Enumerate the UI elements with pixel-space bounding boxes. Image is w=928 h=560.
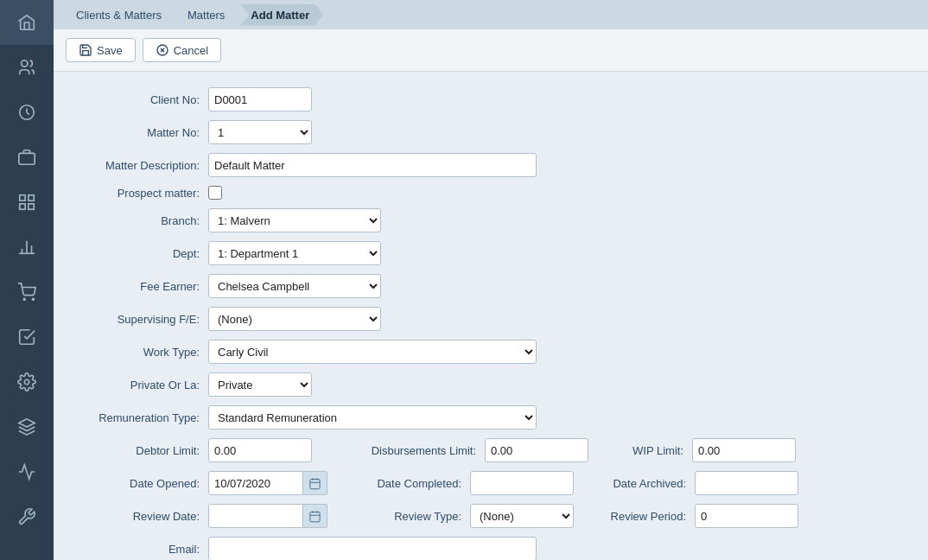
dates-row2: Review Date: Review Type: (None) Annual …: [74, 504, 907, 528]
review-date-label: Review Date:: [74, 510, 208, 523]
matter-no-select[interactable]: 1 2 3: [208, 120, 312, 144]
work-type-select[interactable]: Carly Civil (None): [208, 340, 537, 364]
sidebar-item-layers[interactable]: [0, 404, 54, 449]
matter-desc-input[interactable]: [208, 153, 537, 177]
cancel-button[interactable]: Cancel: [143, 38, 221, 62]
breadcrumb-clients-matters[interactable]: Clients & Matters: [66, 4, 175, 26]
matter-desc-label: Matter Description:: [74, 159, 208, 172]
email-input[interactable]: [208, 537, 537, 560]
svg-rect-6: [20, 204, 25, 209]
sidebar-item-tool[interactable]: [0, 494, 54, 539]
limits-row: Debtor Limit: Disbursements Limit: WIP L…: [74, 438, 907, 462]
prospect-label: Prospect matter:: [74, 187, 208, 200]
sidebar-item-checksquare[interactable]: [0, 315, 54, 360]
form-area: Client No: Matter No: 1 2 3 Matter Descr…: [54, 72, 928, 560]
svg-point-14: [24, 379, 29, 385]
remuneration-row: Remuneration Type: Standard Remuneration…: [74, 405, 907, 430]
review-type-label: Review Type:: [353, 510, 470, 523]
svg-rect-4: [20, 195, 25, 200]
fee-earner-label: Fee Earner:: [74, 280, 208, 293]
supervising-row: Supervising F/E: (None) Chelsea Campbell: [74, 307, 907, 331]
work-type-label: Work Type:: [74, 346, 208, 359]
cancel-icon: [156, 43, 169, 57]
date-opened-group: Date Opened:: [74, 471, 327, 495]
sidebar-item-users[interactable]: [0, 45, 54, 90]
supervising-select[interactable]: (None) Chelsea Campbell: [208, 307, 381, 331]
svg-rect-7: [29, 204, 34, 209]
save-button[interactable]: Save: [66, 38, 136, 62]
sidebar-item-home[interactable]: [0, 0, 54, 45]
dept-select[interactable]: 1: Department 1 2: Department 2: [208, 241, 381, 265]
prospect-row: Prospect matter:: [74, 186, 907, 200]
date-opened-calendar-button[interactable]: [303, 471, 327, 495]
client-no-input[interactable]: [208, 87, 312, 111]
wip-limit-input[interactable]: [692, 438, 796, 462]
sidebar-item-settings[interactable]: [0, 360, 54, 404]
remuneration-select[interactable]: Standard Remuneration Other: [208, 405, 537, 430]
breadcrumb: Clients & Matters Matters Add Matter: [54, 0, 928, 29]
matter-no-row: Matter No: 1 2 3: [74, 120, 907, 144]
review-type-select[interactable]: (None) Annual Monthly: [470, 504, 574, 528]
wip-limit-label: WIP Limit:: [614, 444, 692, 457]
private-la-label: Private Or La:: [74, 379, 208, 391]
email-label: Email:: [74, 543, 208, 556]
date-completed-label: Date Completed:: [353, 477, 470, 490]
dept-label: Dept:: [74, 247, 208, 260]
fee-earner-select[interactable]: Chelsea Campbell (None): [208, 274, 381, 298]
date-archived-label: Date Archived:: [600, 477, 695, 490]
wip-limit-group: WIP Limit:: [614, 438, 796, 462]
review-date-group: Review Date:: [74, 504, 327, 528]
sidebar-item-grid[interactable]: [0, 180, 54, 225]
svg-rect-23: [310, 512, 320, 521]
prospect-checkbox[interactable]: [208, 186, 222, 200]
review-date-calendar-button[interactable]: [303, 504, 327, 528]
sidebar-item-activity[interactable]: [0, 449, 54, 494]
review-period-input[interactable]: [695, 504, 798, 528]
breadcrumb-add-matter[interactable]: Add Matter: [240, 4, 323, 26]
svg-rect-2: [19, 153, 35, 164]
disbursements-limit-group: Disbursements Limit:: [338, 438, 588, 462]
fee-earner-row: Fee Earner: Chelsea Campbell (None): [74, 274, 907, 298]
disbursements-limit-input[interactable]: [485, 438, 588, 462]
date-completed-input[interactable]: [470, 471, 574, 495]
date-opened-input[interactable]: [208, 471, 303, 495]
review-type-group: Review Type: (None) Annual Monthly: [353, 504, 574, 528]
sidebar-item-clock[interactable]: [0, 90, 54, 135]
date-completed-group: Date Completed:: [353, 471, 574, 495]
date-archived-input[interactable]: [695, 471, 798, 495]
save-icon: [79, 43, 92, 57]
client-no-label: Client No:: [74, 93, 208, 106]
sidebar-item-briefcase[interactable]: [0, 135, 54, 180]
disbursements-limit-label: Disbursements Limit:: [338, 444, 485, 457]
review-period-label: Review Period:: [600, 510, 695, 523]
svg-point-12: [23, 298, 25, 300]
debtor-limit-group: Debtor Limit:: [74, 438, 312, 462]
client-no-row: Client No:: [74, 87, 907, 111]
breadcrumb-matters[interactable]: Matters: [177, 4, 238, 26]
dept-row: Dept: 1: Department 1 2: Department 2: [74, 241, 907, 265]
main-content: Clients & Matters Matters Add Matter Sav…: [54, 0, 928, 560]
email-row: Email:: [74, 537, 907, 560]
supervising-label: Supervising F/E:: [74, 313, 208, 326]
review-date-input[interactable]: [208, 504, 303, 528]
sidebar-item-cart[interactable]: [0, 270, 54, 315]
svg-rect-19: [310, 479, 320, 488]
debtor-limit-label: Debtor Limit:: [74, 444, 208, 457]
dates-row1: Date Opened: Date Completed: Date Archiv…: [74, 471, 907, 495]
review-period-group: Review Period:: [600, 504, 798, 528]
branch-row: Branch: 1: Malvern 2: Branch 2: [74, 208, 907, 232]
sidebar: [0, 0, 54, 560]
branch-select[interactable]: 1: Malvern 2: Branch 2: [208, 208, 381, 232]
branch-label: Branch:: [74, 214, 208, 227]
svg-rect-5: [29, 195, 34, 200]
svg-marker-15: [19, 419, 35, 427]
svg-point-13: [32, 298, 34, 300]
svg-point-0: [22, 60, 28, 67]
private-la-select[interactable]: Private LA: [208, 372, 312, 397]
matter-desc-row: Matter Description:: [74, 153, 907, 177]
work-type-row: Work Type: Carly Civil (None): [74, 340, 907, 364]
debtor-limit-input[interactable]: [208, 438, 312, 462]
sidebar-item-barchart[interactable]: [0, 225, 54, 270]
matter-no-label: Matter No:: [74, 126, 208, 139]
private-la-row: Private Or La: Private LA: [74, 372, 907, 397]
